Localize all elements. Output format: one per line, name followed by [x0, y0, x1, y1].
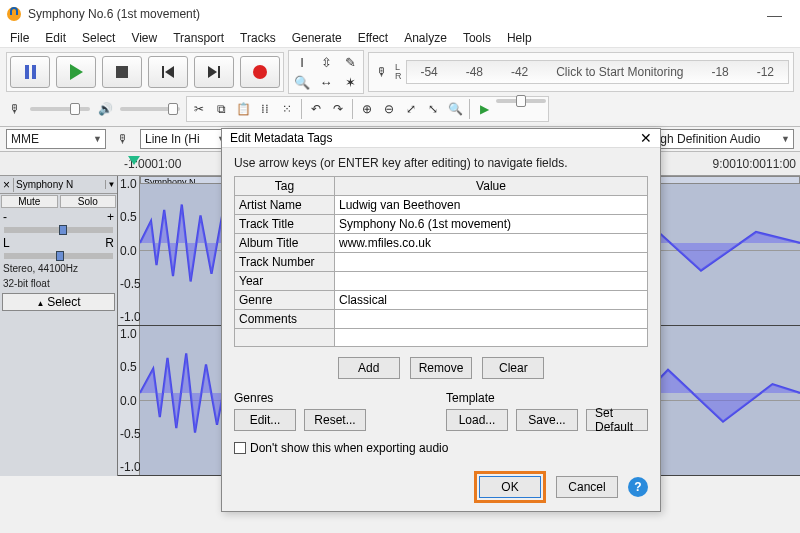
remove-button[interactable]: Remove: [410, 357, 473, 379]
solo-button[interactable]: Solo: [60, 195, 117, 208]
metadata-dialog: Edit Metadata Tags ✕ Use arrow keys (or …: [221, 128, 661, 512]
record-device-combo[interactable]: Line In (Hi: [140, 129, 230, 149]
menu-view[interactable]: View: [123, 29, 165, 47]
track-panel: × Symphony N ▼ Mute Solo -+ LR Stereo, 4…: [0, 176, 118, 476]
window-title: Symphony No.6 (1st movement): [28, 7, 200, 21]
trim-icon[interactable]: ⁞⁞: [255, 99, 275, 119]
menu-help[interactable]: Help: [499, 29, 540, 47]
genres-edit-button[interactable]: Edit...: [234, 409, 296, 431]
pause-button[interactable]: [10, 56, 50, 88]
help-button[interactable]: ?: [628, 477, 648, 497]
record-volume-slider[interactable]: [30, 107, 90, 111]
app-logo-icon: [6, 6, 22, 22]
gain-slider[interactable]: [4, 227, 113, 233]
dialog-title: Edit Metadata Tags: [230, 131, 333, 145]
window-titlebar: Symphony No.6 (1st movement) —: [0, 0, 800, 28]
template-group: Template Load... Save... Set Default: [446, 391, 648, 431]
menu-analyze[interactable]: Analyze: [396, 29, 455, 47]
template-load-button[interactable]: Load...: [446, 409, 508, 431]
col-tag: Tag: [235, 177, 335, 196]
menu-edit[interactable]: Edit: [37, 29, 74, 47]
svg-point-0: [7, 7, 21, 21]
audio-host-combo[interactable]: MME: [6, 129, 106, 149]
fit-project-icon[interactable]: ⤡: [423, 99, 443, 119]
draw-tool-icon[interactable]: ✎: [339, 53, 361, 71]
playhead-icon[interactable]: [128, 156, 140, 165]
meter-lr-label: LR: [395, 63, 402, 81]
minimize-button[interactable]: —: [755, 6, 794, 23]
zoom-toggle-icon[interactable]: 🔍: [445, 99, 465, 119]
genres-group: Genres Edit... Reset...: [234, 391, 426, 431]
table-row: Comments: [235, 310, 648, 329]
selection-tool-icon[interactable]: I: [291, 53, 313, 71]
table-row: Year: [235, 272, 648, 291]
metadata-table: TagValue Artist NameLudwig van Beethoven…: [234, 176, 648, 347]
playback-device-combo[interactable]: High Definition Audio: [644, 129, 794, 149]
skip-end-button[interactable]: [194, 56, 234, 88]
redo-icon[interactable]: ↷: [328, 99, 348, 119]
menu-transport[interactable]: Transport: [165, 29, 232, 47]
zoom-tool-icon[interactable]: 🔍: [291, 73, 313, 91]
track-menu-button[interactable]: ▼: [105, 180, 117, 189]
dont-show-checkbox[interactable]: Don't show this when exporting audio: [234, 441, 648, 455]
template-save-button[interactable]: Save...: [516, 409, 578, 431]
toolbars: I ⇳ ✎ 🔍 ↔ ✶ 🎙 LR -54 -48 -42 Click to St…: [0, 48, 800, 127]
tools-toolbar: I ⇳ ✎ 🔍 ↔ ✶: [288, 50, 364, 94]
stop-button[interactable]: [102, 56, 142, 88]
genres-reset-button[interactable]: Reset...: [304, 409, 366, 431]
dialog-instruction: Use arrow keys (or ENTER key after editi…: [234, 156, 648, 170]
speaker-icon: 🔊: [96, 100, 114, 118]
track-name[interactable]: Symphony N: [14, 179, 105, 190]
ok-highlight: OK: [474, 471, 546, 503]
track-select-button[interactable]: Select: [47, 295, 80, 309]
record-meter-scale[interactable]: -54 -48 -42 Click to Start Monitoring -1…: [406, 60, 790, 84]
silence-icon[interactable]: ⁙: [277, 99, 297, 119]
timeshift-tool-icon[interactable]: ↔: [315, 73, 337, 91]
fit-selection-icon[interactable]: ⤢: [401, 99, 421, 119]
table-row: [235, 329, 648, 347]
playback-volume-slider[interactable]: [120, 107, 180, 111]
menu-tools[interactable]: Tools: [455, 29, 499, 47]
undo-icon[interactable]: ↶: [306, 99, 326, 119]
template-setdefault-button[interactable]: Set Default: [586, 409, 648, 431]
add-button[interactable]: Add: [338, 357, 400, 379]
menu-generate[interactable]: Generate: [284, 29, 350, 47]
menu-select[interactable]: Select: [74, 29, 123, 47]
dialog-footer: OK Cancel ?: [222, 463, 660, 511]
skip-start-button[interactable]: [148, 56, 188, 88]
cut-icon[interactable]: ✂: [189, 99, 209, 119]
mute-button[interactable]: Mute: [1, 195, 58, 208]
envelope-tool-icon[interactable]: ⇳: [315, 53, 337, 71]
dialog-titlebar: Edit Metadata Tags ✕: [222, 129, 660, 148]
cancel-button[interactable]: Cancel: [556, 476, 618, 498]
multi-tool-icon[interactable]: ✶: [339, 73, 361, 91]
checkbox-icon[interactable]: [234, 442, 246, 454]
table-row: Track TitleSymphony No.6 (1st movement): [235, 215, 648, 234]
zoom-out-icon[interactable]: ⊖: [379, 99, 399, 119]
edit-toolbar: ✂ ⧉ 📋 ⁞⁞ ⁙ ↶ ↷ ⊕ ⊖ ⤢ ⤡ 🔍 ▶: [186, 96, 549, 122]
track-bit-depth: 32-bit float: [0, 276, 117, 291]
menu-file[interactable]: File: [2, 29, 37, 47]
clear-button[interactable]: Clear: [482, 357, 544, 379]
ok-button[interactable]: OK: [479, 476, 541, 498]
zoom-in-icon[interactable]: ⊕: [357, 99, 377, 119]
menu-tracks[interactable]: Tracks: [232, 29, 284, 47]
col-value: Value: [335, 177, 648, 196]
table-row: Album Titlewww.mfiles.co.uk: [235, 234, 648, 253]
play-at-speed-icon[interactable]: ▶: [474, 99, 494, 119]
pan-slider[interactable]: [4, 253, 113, 259]
record-button[interactable]: [240, 56, 280, 88]
paste-icon[interactable]: 📋: [233, 99, 253, 119]
menu-effect[interactable]: Effect: [350, 29, 396, 47]
table-row: Track Number: [235, 253, 648, 272]
microphone-icon: 🎙: [373, 63, 391, 81]
track-close-button[interactable]: ×: [0, 178, 14, 192]
dialog-close-button[interactable]: ✕: [640, 130, 652, 146]
track-format: Stereo, 44100Hz: [0, 261, 117, 276]
mic-gain-icon: 🎙: [6, 100, 24, 118]
transport-toolbar: [6, 52, 284, 92]
copy-icon[interactable]: ⧉: [211, 99, 231, 119]
play-button[interactable]: [56, 56, 96, 88]
amplitude-scale: 1.00.50.0-0.5-1.0: [118, 326, 140, 475]
play-speed-slider[interactable]: [496, 99, 546, 103]
